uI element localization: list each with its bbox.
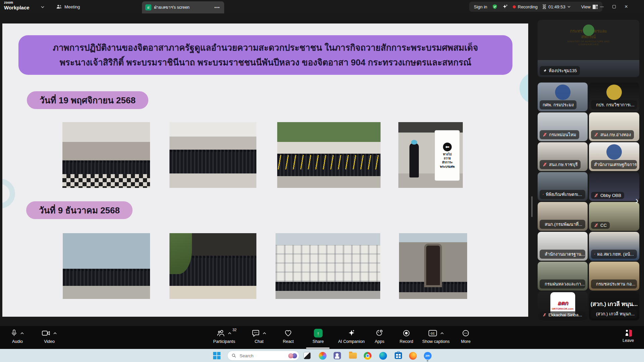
decorative-ring <box>2 179 15 208</box>
participant-display-name: (สวก.) เกวลี หนุน... <box>591 299 638 308</box>
chat-label: Chat <box>255 339 263 344</box>
close-button[interactable]: × <box>625 3 628 10</box>
left-arrow-icon: ⬅ <box>443 143 452 151</box>
hourglass-icon <box>542 4 546 9</box>
participant-name: สำนักงานเศรษฐกิจการ... <box>594 161 637 168</box>
participant-tile-4[interactable]: สนง.กษ.อ่างทอง <box>589 112 639 141</box>
start-button[interactable] <box>212 351 221 360</box>
chat-icon <box>252 329 259 337</box>
participant-tile-11[interactable]: สำนักงานมาตรฐาน... <box>538 232 588 261</box>
participant-tile-13[interactable]: กรมฝนหลวงและกา... <box>538 262 588 291</box>
participant-tile-8[interactable]: Obby OBB <box>589 172 639 201</box>
taskbar-app-microsoft-store[interactable] <box>394 351 403 360</box>
chevron-up-icon[interactable] <box>440 332 444 334</box>
participant-name-label: พิพิธภัณฑ์เกษตรเ... <box>540 190 585 199</box>
participant-tile-7[interactable]: พิพิธภัณฑ์เกษตรเ... <box>538 172 588 201</box>
participant-name-label: สนง.กษ.ราชบุรี <box>540 160 581 169</box>
participant-tile-9[interactable]: สนก.(กรมพัฒนาที่... <box>538 202 588 231</box>
react-button[interactable]: React <box>283 329 294 344</box>
chevron-up-icon[interactable] <box>20 332 24 334</box>
main-video-tile[interactable]: กระทรวงเกษตรและสหกรณ์ MINISTRY OF AGRICU… <box>538 20 639 77</box>
participants-button[interactable]: 32Participants <box>213 329 235 344</box>
participant-tile-5[interactable]: สนง.กษ.ราชบุรี <box>538 142 588 171</box>
taskbar-search[interactable] <box>227 351 299 361</box>
leave-door-icon <box>624 329 633 337</box>
photo-detail-windows <box>276 245 380 282</box>
taskbar-app-chrome[interactable] <box>363 351 372 360</box>
participant-name-label: ผอ.สผว.กยท. (อนั... <box>591 250 637 259</box>
leave-button[interactable]: Leave <box>623 329 634 343</box>
participant-tile-14[interactable]: กรมชลประทาน กอ... <box>589 262 639 291</box>
participant-name-label: Obby OBB <box>591 192 624 199</box>
chevron-up-icon[interactable] <box>263 332 266 334</box>
participant-tile-16[interactable]: (สวก.) เกวลี หนุน...(สวก.) เกวลี หนุนก..… <box>589 292 639 320</box>
slide-photo-6 <box>169 233 256 299</box>
participant-name-label: ห้องประชุม135 <box>540 66 580 75</box>
taskbar-app-firefox[interactable] <box>408 351 417 360</box>
ai-button[interactable]: AI Companion <box>338 329 364 344</box>
taskbar-app-zoom[interactable]: zm <box>423 351 432 360</box>
participants-icon <box>217 329 225 337</box>
taskbar-app-snip-tool[interactable] <box>303 351 311 360</box>
participant-name: กศพ. กรมประมง <box>543 101 574 108</box>
people-icon <box>56 4 62 9</box>
slide-title-line2: พระนางเจ้าสิริกิติ์ พระบรมราชินีนาถ พระบ… <box>60 56 472 69</box>
captions-button[interactable]: CCShow captions <box>422 329 449 344</box>
chat-button[interactable]: Chat <box>252 329 266 344</box>
next-page-chevron-icon[interactable]: › <box>635 195 639 206</box>
more-label: More <box>461 339 470 344</box>
taskbar-app-copilot[interactable] <box>318 351 327 360</box>
window-controls: × <box>600 0 628 13</box>
view-button[interactable]: View <box>581 4 598 9</box>
share-button[interactable]: ↑Share <box>312 329 324 344</box>
video-button[interactable]: Video <box>42 329 57 344</box>
chevron-down-icon[interactable] <box>41 5 44 9</box>
zoom-workplace-window: zoom Workplace Meeting ฝ ฝ่ายเลขาฯ's scr… <box>0 0 644 362</box>
participant-name: ห้องประชุม135 <box>549 67 577 74</box>
taskbar-app-file-explorer[interactable] <box>348 351 357 360</box>
tab-meeting-label: Meeting <box>64 4 80 9</box>
participant-tile-1[interactable]: กศพ. กรมประมง <box>538 83 588 111</box>
zoom-running-indicator <box>427 360 429 361</box>
leave-label: Leave <box>623 338 634 343</box>
participant-tile-3[interactable]: กรมหม่อนไหม <box>538 112 588 141</box>
participant-tile-6[interactable]: สำนักงานเศรษฐกิจการ... <box>589 142 639 171</box>
participant-name-label: (สวก.) เกวลี หนุนก... <box>591 309 637 318</box>
ai-sparkle-icon[interactable] <box>502 4 508 10</box>
meeting-toolbar: AudioVideo32ParticipantsChatReact↑ShareA… <box>0 326 644 349</box>
chevron-up-icon[interactable] <box>228 332 231 334</box>
participant-tile-2[interactable]: กปร. กรมวิชาการเ... <box>589 83 639 111</box>
tab-meeting[interactable]: Meeting <box>54 0 83 13</box>
chevron-up-icon[interactable] <box>53 332 57 334</box>
share-icon: ↑ <box>314 329 323 338</box>
more-button[interactable]: More <box>461 329 470 344</box>
apps-button[interactable]: Apps <box>375 329 385 344</box>
shared-screen-slide: ภาพการปฏิบัติงานของจิตอาสาภาครัฐดูแลอำนว… <box>2 23 528 317</box>
slide-photo-2 <box>169 122 256 188</box>
taskbar-app-teams[interactable] <box>333 351 342 360</box>
participant-name: กปร. กรมวิชาการเ... <box>596 101 635 108</box>
participant-name: พิพิธภัณฑ์เกษตรเ... <box>546 191 582 198</box>
search-doodle-icon <box>288 353 297 358</box>
tab-options-ellipsis-icon[interactable]: ••• <box>213 4 221 11</box>
sidebar-scrollbar[interactable] <box>531 196 533 217</box>
taskbar-app-edge[interactable] <box>379 351 387 360</box>
record-button[interactable]: Record <box>400 329 413 344</box>
security-shield-icon[interactable] <box>492 4 498 10</box>
tab-screen-share[interactable]: ฝ ฝ่ายเลขาฯ's screen ••• <box>142 1 224 13</box>
ai-label: AI Companion <box>338 339 364 344</box>
participant-tile-10[interactable]: CC <box>589 202 639 231</box>
audio-button[interactable]: Audio <box>11 329 24 344</box>
search-input[interactable] <box>239 353 286 359</box>
participant-name-label: สำนักงานมาตรฐาน... <box>540 250 585 259</box>
sign-in-button[interactable]: Sign in <box>474 4 487 9</box>
participant-name-label: สนง.กษ.อ่างทอง <box>591 130 634 139</box>
minimize-button[interactable] <box>600 7 604 7</box>
captions-label: Show captions <box>422 339 449 344</box>
participant-tile-12[interactable]: ผอ.สผว.กยท. (อนั... <box>589 232 639 261</box>
meeting-timer[interactable]: 01:49:53 <box>542 4 571 9</box>
maximize-button[interactable] <box>612 5 616 8</box>
slide-photo-8 <box>399 233 467 299</box>
recording-indicator[interactable]: Recording <box>513 4 538 9</box>
participant-tile-15[interactable]: อตกORTORKOR.comEkkachai Siriba... <box>538 292 588 320</box>
